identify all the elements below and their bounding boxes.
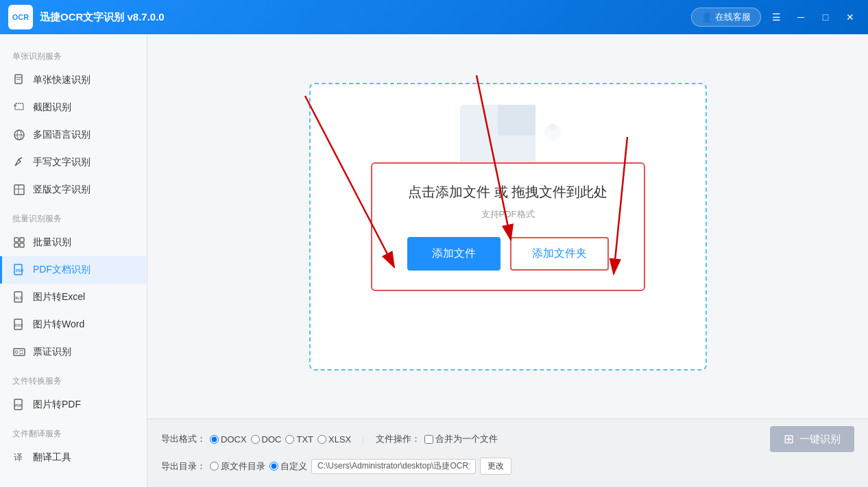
sidebar-item-img2pdf[interactable]: PDF 图片转PDF	[0, 391, 147, 419]
format-docx-label: DOCX	[221, 434, 247, 445]
format-txt-label: TXT	[296, 434, 313, 445]
svg-text:PDF: PDF	[16, 269, 24, 273]
dialog-subtitle: 支持PDF格式	[400, 208, 616, 221]
svg-rect-12	[14, 238, 19, 242]
online-service-button[interactable]: 👤 在线客服	[691, 8, 761, 27]
format-docx-option[interactable]: DOCX	[210, 434, 247, 445]
dialog-title: 点击添加文件 或 拖拽文件到此处	[400, 183, 616, 201]
dir-original-radio[interactable]	[210, 462, 219, 471]
upload-dialog: 点击添加文件 或 拖拽文件到此处 支持PDF格式 添加文件 添加文件夹	[371, 162, 645, 291]
sidebar-item-screenshot[interactable]: 截图识别	[0, 94, 147, 121]
file-icon	[12, 73, 26, 87]
sidebar-multilang-label: 多国语言识别	[33, 129, 91, 141]
sidebar-item-translate[interactable]: 译 翻译工具	[0, 444, 147, 471]
window-controls: 👤 在线客服 ☰ ─ □ ✕	[691, 8, 860, 27]
sidebar-img2pdf-label: 图片转PDF	[33, 399, 81, 411]
merge-checkbox[interactable]	[424, 435, 433, 444]
svg-text:PDF: PDF	[15, 403, 22, 408]
svg-rect-14	[14, 243, 19, 247]
sidebar-handwriting-label: 手写文字识别	[33, 156, 91, 168]
format-xlsx-radio[interactable]	[317, 435, 326, 444]
one-click-label: 一键识别	[799, 433, 841, 446]
section-batch-label: 批量识别服务	[0, 203, 147, 229]
sidebar-translate-label: 翻译工具	[33, 451, 71, 464]
dir-custom-radio[interactable]	[269, 462, 278, 471]
sidebar-item-single-fast[interactable]: 单张快速识别	[0, 66, 147, 94]
add-folder-button[interactable]: 添加文件夹	[510, 237, 609, 271]
excel-icon: XLS	[12, 290, 26, 304]
maximize-button[interactable]: □	[816, 8, 835, 27]
action-btn-area: ⊞ 一键识别	[770, 426, 854, 452]
drop-zone-container: PDF 点击添加文件 或 拖拽文件到此处 支持PDF格式	[147, 34, 868, 419]
globe-icon	[12, 128, 26, 142]
svg-point-23	[15, 351, 18, 353]
svg-line-8	[19, 158, 22, 160]
format-xlsx-label: XLSX	[328, 434, 351, 445]
change-path-button[interactable]: 更改	[480, 458, 511, 475]
translate-icon: 译	[12, 451, 26, 464]
title-bar: OCR 迅捷OCR文字识别 v8.7.0.0 👤 在线客服 ☰ ─ □ ✕	[0, 0, 868, 34]
section-convert-label: 文件转换服务	[0, 366, 147, 391]
minimize-button[interactable]: ─	[791, 8, 810, 27]
sidebar-item-certificate[interactable]: 票证识别	[0, 338, 147, 366]
format-doc-option[interactable]: DOC	[251, 434, 282, 445]
word-icon: DOC	[12, 318, 26, 332]
sidebar-certificate-label: 票证识别	[33, 346, 71, 358]
sidebar-item-img2word[interactable]: DOC 图片转Word	[0, 311, 147, 338]
merge-option[interactable]: 合并为一个文件	[424, 433, 498, 445]
grid-icon	[12, 236, 26, 249]
table-icon	[12, 183, 26, 197]
add-file-button[interactable]: 添加文件	[407, 237, 501, 271]
merge-label: 合并为一个文件	[435, 433, 498, 445]
export-dir-label: 导出目录：	[161, 460, 206, 473]
format-doc-label: DOC	[262, 434, 282, 445]
export-format-label: 导出格式：	[161, 433, 206, 445]
format-doc-radio[interactable]	[251, 435, 260, 444]
app-title: 迅捷OCR文字识别 v8.7.0.0	[40, 11, 691, 24]
sidebar-batch-label: 批量识别	[33, 236, 71, 249]
dir-original-label: 原文件目录	[221, 460, 265, 473]
format-txt-radio[interactable]	[285, 435, 294, 444]
drop-zone[interactable]: PDF 点击添加文件 或 拖拽文件到此处 支持PDF格式	[309, 83, 707, 371]
format-txt-option[interactable]: TXT	[285, 434, 313, 445]
dir-custom-option[interactable]: 自定义	[269, 460, 307, 473]
svg-rect-13	[20, 238, 24, 242]
app-logo: OCR	[8, 5, 33, 29]
sidebar-item-img2excel[interactable]: XLS 图片转Excel	[0, 284, 147, 311]
svg-rect-9	[14, 185, 24, 195]
export-dir-row: 导出目录： 原文件目录 自定义 更改	[161, 458, 854, 475]
logo-text: OCR	[12, 13, 29, 21]
path-input[interactable]	[311, 459, 476, 474]
svg-text:XLS: XLS	[15, 296, 22, 300]
main-layout: 单张识别服务 单张快速识别 截图识别 多国语言识别 手写文字识别	[0, 34, 868, 487]
pdf-icon: PDF	[12, 263, 26, 277]
sidebar-item-pdf[interactable]: PDF PDF文档识别	[0, 256, 147, 284]
sidebar-single-fast-label: 单张快速识别	[33, 74, 91, 86]
svg-rect-15	[20, 243, 24, 247]
format-docx-radio[interactable]	[210, 435, 219, 444]
sidebar-item-multilang[interactable]: 多国语言识别	[0, 121, 147, 149]
file-operation-label: 文件操作：	[376, 433, 420, 445]
sidebar-item-batch[interactable]: 批量识别	[0, 229, 147, 256]
section-single-label: 单张识别服务	[0, 41, 147, 66]
svg-rect-3	[15, 103, 23, 110]
dialog-title-or: 或	[494, 184, 512, 199]
dialog-title-part2: 拖拽文件到此处	[511, 184, 607, 199]
sidebar-pdf-label: PDF文档识别	[33, 264, 91, 276]
menu-button[interactable]: ☰	[767, 8, 786, 27]
export-format-row: 导出格式： DOCX DOC TXT XLSX |	[161, 426, 854, 452]
pen-icon	[12, 155, 26, 169]
close-button[interactable]: ✕	[841, 8, 860, 27]
sidebar-item-vertical[interactable]: 竖版文字识别	[0, 176, 147, 203]
svg-marker-35	[498, 105, 535, 136]
dir-custom-label: 自定义	[280, 460, 307, 473]
sidebar-vertical-label: 竖版文字识别	[33, 184, 91, 196]
sidebar: 单张识别服务 单张快速识别 截图识别 多国语言识别 手写文字识别	[0, 34, 147, 487]
dir-original-option[interactable]: 原文件目录	[210, 460, 265, 473]
one-click-button[interactable]: ⊞ 一键识别	[770, 426, 854, 452]
crop-icon	[12, 101, 26, 114]
sidebar-item-handwriting[interactable]: 手写文字识别	[0, 149, 147, 176]
format-xlsx-option[interactable]: XLSX	[317, 434, 351, 445]
svg-text:译: 译	[14, 452, 23, 462]
svg-text:DOC: DOC	[15, 323, 23, 327]
